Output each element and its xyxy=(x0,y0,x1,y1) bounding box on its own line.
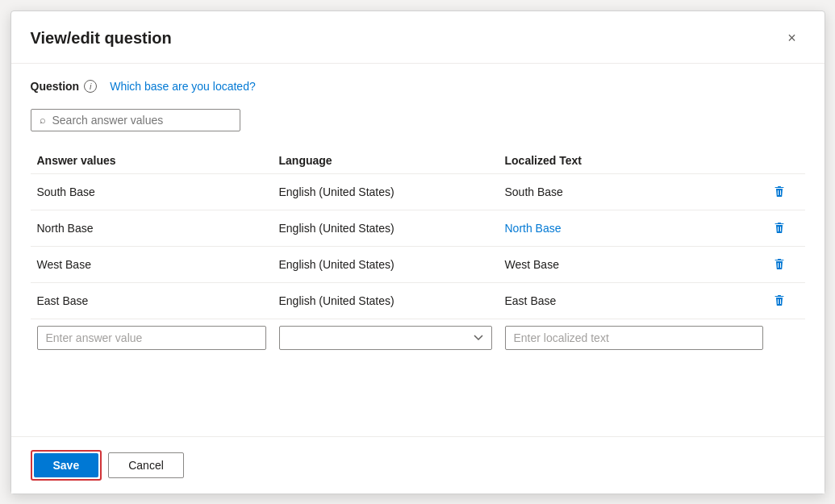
cell-localized: East Base xyxy=(499,294,770,307)
cell-answer: East Base xyxy=(31,294,273,307)
localized-text-input[interactable] xyxy=(505,326,763,350)
save-button[interactable]: Save xyxy=(34,453,99,477)
cell-language: English (United States) xyxy=(273,258,499,271)
input-answer-cell xyxy=(31,326,273,350)
cell-localized: South Base xyxy=(499,185,770,198)
cell-answer: West Base xyxy=(31,258,273,271)
question-value: Which base are you located? xyxy=(110,80,256,93)
cell-answer: North Base xyxy=(31,222,273,235)
table-rows: South Base English (United States) South… xyxy=(31,174,805,319)
col-header-language: Language xyxy=(273,154,499,167)
save-button-wrapper: Save xyxy=(31,450,102,481)
search-box: ⌕ xyxy=(31,109,240,131)
cell-actions xyxy=(770,182,805,202)
search-icon: ⌕ xyxy=(40,114,46,126)
cell-localized: West Base xyxy=(499,258,770,271)
cell-answer: South Base xyxy=(31,185,273,198)
cell-language: English (United States) xyxy=(273,294,499,307)
table-row: North Base English (United States) North… xyxy=(31,210,805,247)
cell-language: English (United States) xyxy=(273,185,499,198)
trash-icon xyxy=(773,258,786,271)
table-row: East Base English (United States) East B… xyxy=(31,283,805,319)
search-input[interactable] xyxy=(52,114,232,127)
trash-icon xyxy=(773,222,786,235)
cell-localized: North Base xyxy=(499,222,770,235)
cancel-button[interactable]: Cancel xyxy=(108,452,184,478)
cell-actions xyxy=(770,219,805,238)
delete-button[interactable] xyxy=(770,219,789,238)
col-header-answer: Answer values xyxy=(31,154,273,167)
col-header-actions xyxy=(770,154,805,167)
language-select[interactable]: English (United States) xyxy=(279,326,492,350)
dialog-footer: Save Cancel xyxy=(11,436,825,494)
table-row: South Base English (United States) South… xyxy=(31,174,805,210)
view-edit-dialog: View/edit question × Question i Which ba… xyxy=(10,10,825,494)
delete-button[interactable] xyxy=(770,255,789,274)
input-row: English (United States) xyxy=(31,319,805,356)
delete-button[interactable] xyxy=(770,291,789,310)
table-container: Answer values Language Localized Text So… xyxy=(31,148,805,356)
question-label-text: Question xyxy=(31,80,80,93)
table-row: West Base English (United States) West B… xyxy=(31,247,805,283)
input-localized-cell xyxy=(499,326,770,350)
delete-button[interactable] xyxy=(770,182,789,202)
question-label: Question i xyxy=(31,80,98,93)
table-header: Answer values Language Localized Text xyxy=(31,148,805,174)
dialog-body: Question i Which base are you located? ⌕… xyxy=(11,64,825,436)
cell-actions xyxy=(770,291,805,310)
cell-language: English (United States) xyxy=(273,222,499,235)
answer-value-input[interactable] xyxy=(37,326,266,350)
trash-icon xyxy=(773,185,786,198)
col-header-localized: Localized Text xyxy=(499,154,770,167)
dialog-header: View/edit question × xyxy=(11,11,825,64)
trash-icon xyxy=(773,294,786,307)
input-language-cell: English (United States) xyxy=(273,326,499,350)
dialog-title: View/edit question xyxy=(31,29,172,48)
close-button[interactable]: × xyxy=(779,26,805,52)
question-row: Question i Which base are you located? xyxy=(31,80,805,93)
cell-actions xyxy=(770,255,805,274)
info-icon[interactable]: i xyxy=(84,80,97,93)
